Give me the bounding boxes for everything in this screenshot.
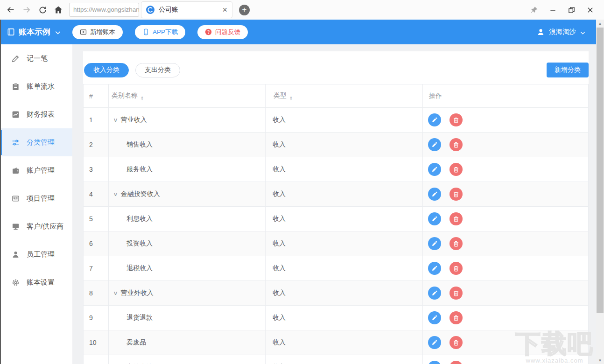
new-tab-button[interactable]: + [239,5,250,15]
sidebar-item-label: 记一笔 [27,54,48,63]
reload-icon[interactable] [35,2,50,18]
row-index: 4 [84,182,109,207]
delete-button[interactable] [449,311,463,324]
sidebar-item[interactable]: 账单流水 [0,72,72,100]
header-actions: 新增账本 APP下载 问题反馈 [72,25,248,39]
row-index: 6 [84,231,109,256]
sort-icon[interactable]: ▲▼ [140,96,144,101]
row-actions [423,157,589,182]
chevron-down-icon[interactable]: ∨ [113,290,118,296]
clipboard-icon [12,83,20,91]
row-actions [423,207,589,231]
table-row: 11 ∨意外来钱 收入 [84,355,589,364]
tab-expense-category[interactable]: 支出分类 [135,63,180,77]
delete-button[interactable] [449,336,463,349]
edit-button[interactable] [428,311,441,324]
row-actions [423,355,589,364]
category-name-cell: ∨意外来钱 [109,355,266,364]
edit-button[interactable] [428,262,441,275]
scrollbar-thumb[interactable] [597,28,604,313]
sidebar-item[interactable]: 项目管理 [0,184,72,212]
sidebar-item[interactable]: 财务报表 [0,100,72,128]
user-menu[interactable]: 浪海淘沙 [537,28,585,36]
sidebar-item[interactable]: 员工管理 [0,240,72,268]
sidebar-item-label: 财务报表 [27,110,55,119]
sidebar-item[interactable]: 账户管理 [0,156,72,184]
delete-button[interactable] [449,188,463,201]
phone-icon [142,28,149,35]
chevron-down-icon[interactable]: ∨ [113,191,118,197]
category-name: 退货退款 [126,314,153,321]
back-icon[interactable] [3,2,19,18]
scroll-up-icon[interactable]: ▲ [596,20,604,27]
header-action-button[interactable]: 问题反馈 [197,25,248,39]
sort-icon[interactable]: ▲▼ [289,96,293,101]
header-action-button[interactable]: APP下载 [135,25,185,39]
wallet-icon [12,167,20,175]
forward-icon[interactable] [19,2,35,18]
close-button[interactable] [581,2,599,18]
row-actions [423,108,589,133]
page-scrollbar[interactable]: ▲ ▼ [596,20,604,364]
edit-button[interactable] [428,188,441,201]
sidebar-item[interactable]: 账本设置 [0,268,72,296]
delete-button[interactable] [449,361,463,364]
edit-button[interactable] [428,361,441,364]
header-action-button[interactable]: 新增账本 [72,25,123,39]
column-header[interactable]: 类别名称▲▼ [109,84,266,108]
browser-toolbar: https://www.gongsizhang.c 公司账 × + [0,0,604,20]
url-bar[interactable]: https://www.gongsizhang.c [69,3,139,17]
restore-button[interactable] [562,2,581,18]
row-actions [423,182,589,207]
category-table: #类别名称▲▼类型▲▼操作 1 ∨营业收入 收入 2 ∨销售收入 收入 3 ∨服… [83,84,589,364]
window-controls [525,2,599,18]
tab-close-icon[interactable]: × [222,6,227,14]
edit-button[interactable] [428,336,441,349]
delete-button[interactable] [449,287,463,300]
sidebar-item[interactable]: 记一笔 [0,44,72,72]
add-category-button[interactable]: 新增分类 [547,63,589,77]
home-icon[interactable] [50,2,66,18]
pin-icon[interactable] [525,2,543,18]
tab-income-category[interactable]: 收入分类 [84,63,129,77]
row-index: 1 [84,108,109,133]
edit-button[interactable] [428,113,441,126]
browser-tab[interactable]: 公司账 × [141,1,232,18]
category-name-cell: ∨金融投资收入 [109,182,266,207]
category-name: 服务收入 [126,165,153,173]
main-content: 收入分类 支出分类 新增分类 #类别名称▲▼类型▲▼操作 1 ∨营业收入 收入 … [72,44,604,364]
edit-button[interactable] [428,237,441,250]
table-header-row: #类别名称▲▼类型▲▼操作 [84,84,589,108]
delete-button[interactable] [449,138,463,151]
row-index: 2 [84,133,109,157]
sidebar-item[interactable]: 客户/供应商 [0,212,72,240]
row-actions [423,256,589,281]
delete-button[interactable] [449,163,463,176]
edit-button[interactable] [428,138,441,151]
category-name: 营业收入 [121,116,147,123]
category-tabs: 收入分类 支出分类 新增分类 [84,63,589,77]
edit-button[interactable] [428,163,441,176]
sidebar-menu: 记一笔 账单流水 财务报表 分类管理 账户管理 项目管理 客户/供应商 员工管理… [0,44,72,364]
minimize-button[interactable] [543,2,562,18]
sidebar-item[interactable]: 分类管理 [0,128,72,156]
category-type: 收入 [266,182,423,207]
category-type: 收入 [266,231,423,256]
row-index: 8 [84,281,109,306]
delete-button[interactable] [449,237,463,250]
delete-button[interactable] [449,113,463,126]
ledger-name: 账本示例 [19,27,50,37]
delete-button[interactable] [449,212,463,225]
edit-button[interactable] [428,212,441,225]
edit-button[interactable] [428,287,441,300]
person-icon [12,251,20,259]
chevron-down-icon[interactable]: ∨ [113,117,118,123]
category-type: 收入 [266,281,423,306]
ledger-switcher[interactable]: 账本示例 [7,27,61,37]
tab-title: 公司账 [159,6,222,14]
scroll-down-icon[interactable]: ▼ [596,357,604,364]
table-row: 2 ∨销售收入 收入 [84,133,589,157]
delete-button[interactable] [449,262,463,275]
column-header[interactable]: 类型▲▼ [266,84,423,108]
category-type: 收入 [266,330,423,355]
